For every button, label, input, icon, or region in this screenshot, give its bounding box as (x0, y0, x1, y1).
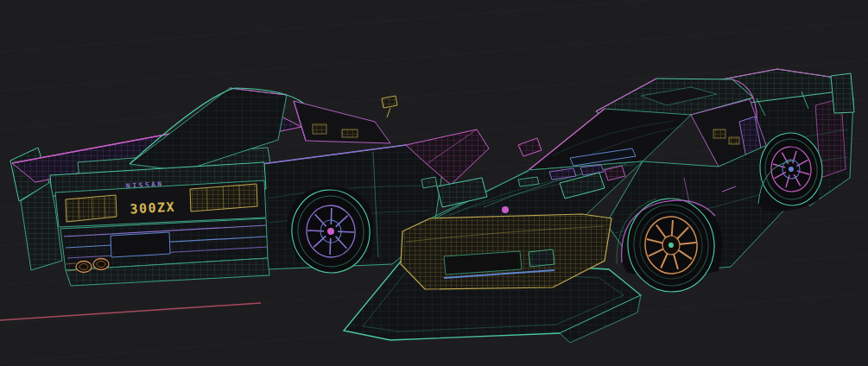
viewport-3d[interactable]: NISSAN 300ZX (0, 0, 868, 366)
scene-svg: NISSAN 300ZX (0, 0, 868, 366)
right-taillight (190, 184, 257, 211)
left-taillight (66, 195, 117, 222)
nose-badge (502, 206, 509, 213)
license-plate-recess (111, 232, 170, 257)
badge-model-text: 300ZX (130, 199, 176, 218)
left-car-rear-fascia: NISSAN 300ZX (50, 162, 269, 286)
